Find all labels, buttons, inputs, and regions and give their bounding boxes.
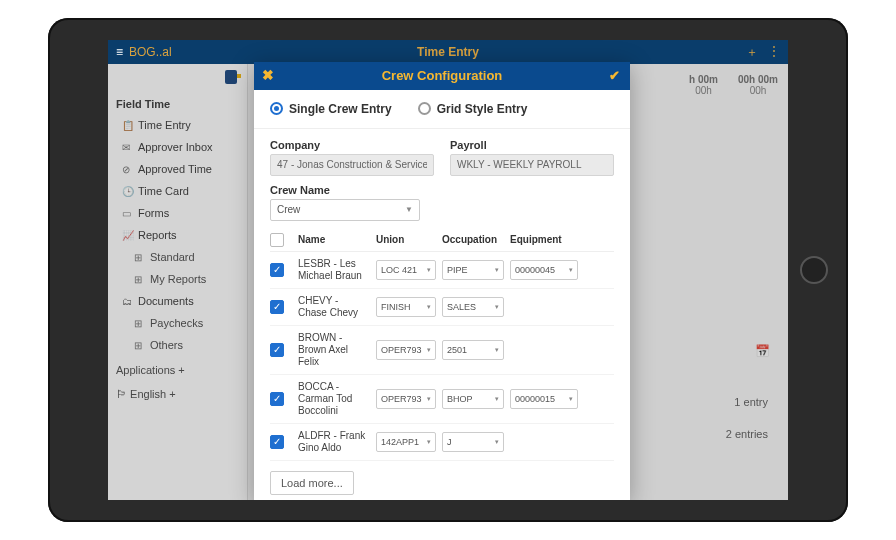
app-header: ≡ BOG..al Time Entry ＋ ⋮ <box>108 40 788 64</box>
select-value: PIPE <box>447 265 468 275</box>
screen: ≡ BOG..al Time Entry ＋ ⋮ Field Time 📋Tim… <box>108 40 788 500</box>
company-label: Company <box>270 139 434 151</box>
chevron-down-icon: ▾ <box>495 438 499 446</box>
grid-icon: ⊞ <box>134 252 144 263</box>
entry-count: 2 entries <box>726 428 768 440</box>
form-icon: ▭ <box>122 208 132 219</box>
confirm-icon[interactable]: ✔ <box>609 68 620 83</box>
table-row: ✓LESBR - Les Michael BraunLOC 421▾PIPE▾0… <box>270 252 614 289</box>
language-toggle[interactable]: 🏳 English + <box>108 380 247 404</box>
sidebar-item-label: Reports <box>138 229 177 241</box>
sidebar-item-my-reports[interactable]: ⊞My Reports <box>108 268 247 290</box>
sidebar-item-label: Forms <box>138 207 169 219</box>
occupation-select[interactable]: 2501▾ <box>442 340 504 360</box>
occupation-select[interactable]: PIPE▾ <box>442 260 504 280</box>
payroll-label: Payroll <box>450 139 614 151</box>
summary-times: h 00m00h 00h 00m00h <box>689 74 778 96</box>
equipment-select[interactable]: 00000015▾ <box>510 389 578 409</box>
union-select[interactable]: OPER793▾ <box>376 389 436 409</box>
add-icon[interactable]: ＋ <box>746 44 758 61</box>
crew-table: Name Union Occupation Equipment ✓LESBR -… <box>270 229 614 461</box>
sidebar-item-approver-inbox[interactable]: ✉Approver Inbox <box>108 136 247 158</box>
chevron-down-icon: ▾ <box>495 346 499 354</box>
grid-icon: ⊞ <box>134 274 144 285</box>
sidebar-item-forms[interactable]: ▭Forms <box>108 202 247 224</box>
crew-config-modal: ✖ Crew Configuration ✔ Single Crew Entry… <box>254 62 630 500</box>
select-all-checkbox[interactable] <box>270 233 284 247</box>
equipment-select[interactable]: 00000045▾ <box>510 260 578 280</box>
sidebar-item-approved-time[interactable]: ⊘Approved Time <box>108 158 247 180</box>
sidebar-item-standard[interactable]: ⊞Standard <box>108 246 247 268</box>
col-name: Name <box>298 234 370 245</box>
row-checkbox[interactable]: ✓ <box>270 435 284 449</box>
clock-icon: 🕒 <box>122 186 132 197</box>
table-row: ✓ALDFR - Frank Gino Aldo142APP1▾J▾ <box>270 424 614 461</box>
occupation-select[interactable]: SALES▾ <box>442 297 504 317</box>
modal-title: Crew Configuration <box>382 68 503 83</box>
sidebar-item-label: Others <box>150 339 183 351</box>
sidebar-item-others[interactable]: ⊞Others <box>108 334 247 356</box>
radio-grid-style[interactable]: Grid Style Entry <box>418 102 528 116</box>
home-button[interactable] <box>800 256 828 284</box>
sidebar-item-label: My Reports <box>150 273 206 285</box>
chevron-down-icon: ▾ <box>427 395 431 403</box>
select-value: 00000045 <box>515 265 555 275</box>
radio-single-crew[interactable]: Single Crew Entry <box>270 102 392 116</box>
union-select[interactable]: OPER793▾ <box>376 340 436 360</box>
col-union: Union <box>376 234 436 245</box>
sidebar-heading: Field Time <box>108 94 247 114</box>
sidebar-item-label: Standard <box>150 251 195 263</box>
entry-mode-group: Single Crew Entry Grid Style Entry <box>254 90 630 129</box>
radio-label: Single Crew Entry <box>289 102 392 116</box>
grid-icon: ⊞ <box>134 340 144 351</box>
select-value: OPER793 <box>381 394 422 404</box>
sidebar-item-reports[interactable]: 📈Reports <box>108 224 247 246</box>
close-icon[interactable]: ✖ <box>262 67 274 83</box>
grid-icon: ⊞ <box>134 318 144 329</box>
sidebar-item-label: Documents <box>138 295 194 307</box>
sidebar-item-time-card[interactable]: 🕒Time Card <box>108 180 247 202</box>
sidebar-item-label: Approver Inbox <box>138 141 213 153</box>
radio-label: Grid Style Entry <box>437 102 528 116</box>
table-row: ✓CHEVY - Chase ChevyFINISH▾SALES▾ <box>270 289 614 326</box>
chevron-down-icon: ▾ <box>495 395 499 403</box>
crew-name-label: Crew Name <box>270 184 614 196</box>
select-value: BHOP <box>447 394 473 404</box>
sidebar-item-documents[interactable]: 🗂Documents <box>108 290 247 312</box>
table-header: Name Union Occupation Equipment <box>270 229 614 252</box>
language-label: English + <box>130 388 176 400</box>
radio-icon <box>270 102 283 115</box>
check-circle-icon: ⊘ <box>122 164 132 175</box>
load-more-button[interactable]: Load more... <box>270 471 354 495</box>
chevron-down-icon: ▾ <box>495 266 499 274</box>
chevron-down-icon: ▾ <box>495 303 499 311</box>
row-name: CHEVY - Chase Chevy <box>298 295 370 319</box>
col-occupation: Occupation <box>442 234 504 245</box>
chart-icon: 📈 <box>122 230 132 241</box>
union-select[interactable]: LOC 421▾ <box>376 260 436 280</box>
occupation-select[interactable]: BHOP▾ <box>442 389 504 409</box>
row-checkbox[interactable]: ✓ <box>270 392 284 406</box>
sidebar-item-paychecks[interactable]: ⊞Paychecks <box>108 312 247 334</box>
row-name: BOCCA - Carman Tod Boccolini <box>298 381 370 417</box>
select-value: 2501 <box>447 345 467 355</box>
sidebar-item-time-entry[interactable]: 📋Time Entry <box>108 114 247 136</box>
row-checkbox[interactable]: ✓ <box>270 343 284 357</box>
entry-count: 1 entry <box>726 396 768 408</box>
chevron-down-icon: ▾ <box>427 303 431 311</box>
select-value: J <box>447 437 452 447</box>
hamburger-icon[interactable]: ≡ <box>116 45 123 59</box>
occupation-select[interactable]: J▾ <box>442 432 504 452</box>
row-checkbox[interactable]: ✓ <box>270 263 284 277</box>
crew-name-select[interactable]: Crew▼ <box>270 199 420 221</box>
union-select[interactable]: 142APP1▾ <box>376 432 436 452</box>
inbox-icon: ✉ <box>122 142 132 153</box>
sidebar-item-label: Time Card <box>138 185 189 197</box>
company-field <box>270 154 434 176</box>
more-icon[interactable]: ⋮ <box>768 44 780 61</box>
row-name: ALDFR - Frank Gino Aldo <box>298 430 370 454</box>
applications-toggle[interactable]: Applications + <box>108 356 247 380</box>
union-select[interactable]: FINISH▾ <box>376 297 436 317</box>
row-checkbox[interactable]: ✓ <box>270 300 284 314</box>
calendar-icon[interactable]: 📅 <box>755 344 770 358</box>
